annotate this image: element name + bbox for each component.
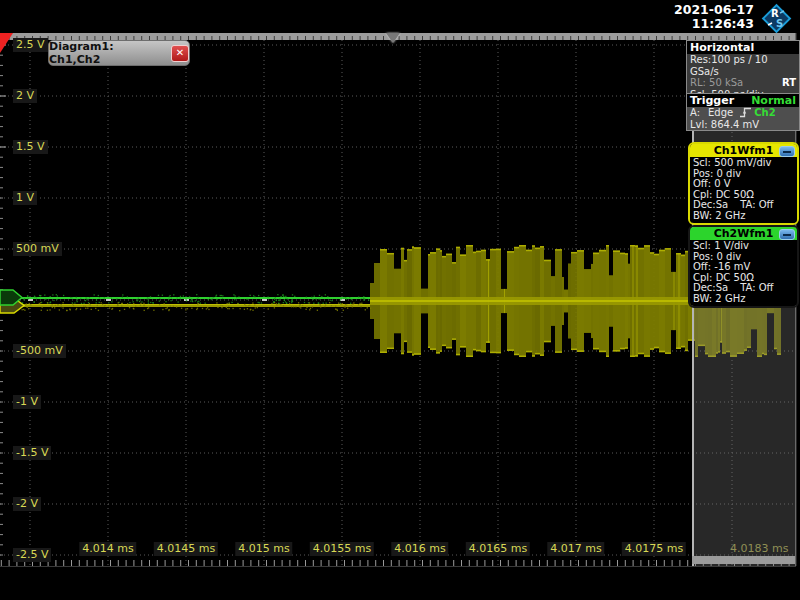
ch1-offset: Off: 0 V	[693, 179, 794, 190]
trigger-panel[interactable]: Trigger Normal A: Edge Ch2 Lvl: 864.4 mV	[686, 93, 800, 131]
y-axis-label: 500 mV	[13, 242, 62, 256]
horizontal-panel-title: Horizontal	[687, 41, 799, 54]
x-axis-label: 4.0155 ms	[310, 542, 374, 556]
ch2-box-body: Scl: 1 V/div Pos: 0 div Off: -16 mV Cpl:…	[690, 240, 797, 306]
oscilloscope-screen: Diagram1: Ch1,Ch2 ✕ 2.5 V2 V1.5 V1 V500 …	[0, 0, 800, 600]
ch1-box-header[interactable]: Ch1Wfm1	[690, 144, 797, 157]
x-axis-label: 4.015 ms	[235, 542, 292, 556]
logo-s: S	[776, 18, 783, 29]
trigger-panel-title: Trigger Normal	[687, 94, 799, 107]
waveform-plot	[0, 0, 800, 600]
ch2-minimize-button[interactable]	[779, 229, 795, 240]
x-axis-label: 4.0145 ms	[154, 542, 218, 556]
ch2-scale: Scl: 1 V/div	[693, 241, 794, 252]
y-axis-label: -500 mV	[13, 344, 66, 358]
ch2-box-header[interactable]: Ch2Wfm1	[690, 227, 797, 240]
edge-trigger-icon	[739, 107, 752, 118]
time-label: 11:26:43	[674, 17, 754, 31]
trigger-mode: Normal	[751, 94, 796, 107]
ch2-offset: Off: -16 mV	[693, 262, 794, 273]
trigger-source-row: A: Edge Ch2	[687, 107, 799, 119]
x-axis-label: 4.0165 ms	[466, 542, 530, 556]
y-axis-label: -2.5 V	[13, 548, 51, 562]
ch2-decimation: Dec:SaTA: Off	[693, 283, 794, 294]
y-axis-label: 1.5 V	[13, 140, 48, 154]
ch1-scale: Scl: 500 mV/div	[693, 158, 794, 169]
x-axis-label: 4.016 ms	[391, 542, 448, 556]
y-axis-label: 1 V	[13, 191, 37, 205]
horizontal-resolution: Res:100 ps / 10 GSa/s	[687, 54, 799, 77]
overlay-bottom-bar	[692, 556, 795, 564]
x-axis-end-label: 4.0183 ms	[730, 542, 788, 556]
ch2-waveform-box[interactable]: Ch2Wfm1 Scl: 1 V/div Pos: 0 div Off: -16…	[688, 225, 799, 308]
x-axis-label: 4.0175 ms	[622, 542, 686, 556]
ch1-box-body: Scl: 500 mV/div Pos: 0 div Off: 0 V Cpl:…	[690, 157, 797, 223]
y-axis-label: -2 V	[13, 497, 41, 511]
y-axis-label: 2 V	[13, 89, 37, 103]
ch1-minimize-button[interactable]	[779, 146, 795, 157]
trigger-source: Ch2	[754, 107, 775, 119]
ch2-bandwidth: BW: 2 GHz	[693, 294, 794, 305]
diagram-tab[interactable]: Diagram1: Ch1,Ch2 ✕	[48, 40, 190, 66]
x-axis-label: 4.014 ms	[79, 542, 136, 556]
ch1-waveform-box[interactable]: Ch1Wfm1 Scl: 500 mV/div Pos: 0 div Off: …	[688, 142, 799, 225]
trigger-level-row: Lvl: 864.4 mV	[687, 119, 799, 131]
date-label: 2021-06-17	[674, 3, 754, 17]
ch1-decimation: Dec:SaTA: Off	[693, 200, 794, 211]
y-axis-label: -1 V	[13, 395, 41, 409]
y-axis-label: 2.5 V	[13, 38, 48, 52]
realtime-badge: RT	[782, 77, 796, 89]
x-axis-label: 4.017 ms	[547, 542, 604, 556]
rohde-schwarz-logo: R S	[758, 1, 794, 35]
plot-bottom-border	[0, 566, 796, 567]
trigger-position-marker[interactable]	[386, 33, 400, 43]
y-axis-label: -1.5 V	[13, 446, 51, 460]
ch1-bandwidth: BW: 2 GHz	[693, 211, 794, 222]
diagram-tab-label: Diagram1: Ch1,Ch2	[49, 40, 163, 66]
diagram-close-button[interactable]: ✕	[171, 45, 189, 62]
datetime-display: 2021-06-17 11:26:43	[674, 3, 754, 31]
horizontal-record-length: RL: 50 kSa RT	[687, 77, 799, 89]
